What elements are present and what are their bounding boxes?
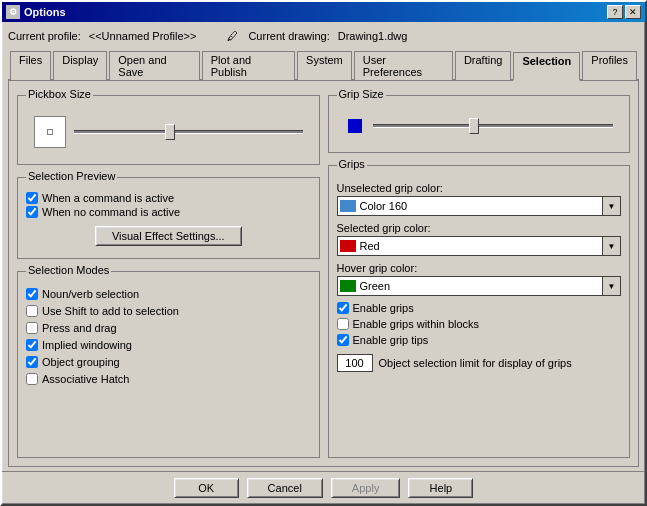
pickbox-title: Pickbox Size <box>26 88 93 100</box>
mode-checkbox-0[interactable] <box>26 288 38 300</box>
grips-group: Grips Unselected grip color: Color 160 ▼ <box>328 165 631 458</box>
title-bar-controls: ? ✕ <box>607 5 641 19</box>
tab-files[interactable]: Files <box>10 51 51 80</box>
profile-bar: Current profile: <<Unnamed Profile>> 🖊 C… <box>8 26 639 46</box>
cancel-button[interactable]: Cancel <box>247 478 323 498</box>
right-column: Grip Size <box>328 89 631 458</box>
grips-title: Grips <box>337 158 367 170</box>
drawing-icon: 🖊 <box>224 28 240 44</box>
mode-label-5: Associative Hatch <box>42 373 129 385</box>
mode-checkbox-4[interactable] <box>26 356 38 368</box>
enable-within-blocks-row: Enable grips within blocks <box>337 318 622 330</box>
unselected-color-swatch <box>340 200 356 212</box>
mode-row-3: Implied windowing <box>26 339 311 351</box>
current-drawing-label: Current drawing: <box>248 30 329 42</box>
preview-checkbox1[interactable] <box>26 192 38 204</box>
grip-square <box>348 119 362 133</box>
selected-color-select[interactable]: Red <box>337 236 604 256</box>
pickbox-group: Pickbox Size <box>17 95 320 165</box>
tab-plot-publish[interactable]: Plot and Publish <box>202 51 295 80</box>
grips-section: Unselected grip color: Color 160 ▼ Selec… <box>337 170 622 372</box>
title-bar: ⚙ Options ? ✕ <box>2 2 645 22</box>
tab-drafting[interactable]: Drafting <box>455 51 512 80</box>
mode-checkbox-3[interactable] <box>26 339 38 351</box>
unselected-color-dropdown: Color 160 ▼ <box>337 196 622 216</box>
title-bar-text: ⚙ Options <box>6 5 66 19</box>
unselected-color-arrow[interactable]: ▼ <box>603 196 621 216</box>
tab-profiles[interactable]: Profiles <box>582 51 637 80</box>
content-area: Current profile: <<Unnamed Profile>> 🖊 C… <box>2 22 645 471</box>
hover-color-select[interactable]: Green <box>337 276 604 296</box>
mode-checkbox-1[interactable] <box>26 305 38 317</box>
pickbox-preview <box>34 116 66 148</box>
enable-grip-tips-label: Enable grip tips <box>353 334 429 346</box>
help-button[interactable]: Help <box>408 478 473 498</box>
left-column: Pickbox Size <box>17 89 320 458</box>
enable-grip-tips-checkbox[interactable] <box>337 334 349 346</box>
preview-checkbox2-row: When no command is active <box>26 206 311 218</box>
preview-checkbox1-row: When a command is active <box>26 192 311 204</box>
grip-slider-thumb[interactable] <box>469 118 479 134</box>
close-button[interactable]: ✕ <box>625 5 641 19</box>
mode-row-5: Associative Hatch <box>26 373 311 385</box>
hover-color-arrow[interactable]: ▼ <box>603 276 621 296</box>
mode-row-1: Use Shift to add to selection <box>26 305 311 317</box>
pickbox-slider-track[interactable] <box>74 130 303 134</box>
selected-grip-label: Selected grip color: <box>337 222 622 234</box>
window-icon: ⚙ <box>6 5 20 19</box>
mode-row-0: Noun/verb selection <box>26 288 311 300</box>
preview-checkbox2[interactable] <box>26 206 38 218</box>
hover-color-dropdown: Green ▼ <box>337 276 622 296</box>
tab-system[interactable]: System <box>297 51 352 80</box>
mode-label-3: Implied windowing <box>42 339 132 351</box>
apply-button[interactable]: Apply <box>331 478 401 498</box>
selected-color-dropdown: Red ▼ <box>337 236 622 256</box>
mode-checkbox-5[interactable] <box>26 373 38 385</box>
unselected-color-value: Color 160 <box>360 200 601 212</box>
tabs-container: Files Display Open and Save Plot and Pub… <box>8 50 639 467</box>
current-profile-value: <<Unnamed Profile>> <box>89 30 197 42</box>
tab-content: Pickbox Size <box>8 81 639 467</box>
grip-limit-label: Object selection limit for display of gr… <box>379 357 572 369</box>
options-window: ⚙ Options ? ✕ Current profile: <<Unnamed… <box>0 0 647 506</box>
grip-size-title: Grip Size <box>337 88 386 100</box>
selection-modes-group: Selection Modes Noun/verb selection Use … <box>17 271 320 458</box>
ok-button[interactable]: OK <box>174 478 239 498</box>
hover-color-swatch <box>340 280 356 292</box>
selected-color-arrow[interactable]: ▼ <box>603 236 621 256</box>
current-drawing-value: Drawing1.dwg <box>338 30 408 42</box>
pickbox-slider-container <box>74 130 303 134</box>
grip-slider-track[interactable] <box>373 124 614 128</box>
tab-strip: Files Display Open and Save Plot and Pub… <box>8 50 639 81</box>
grip-limit-input[interactable] <box>337 354 373 372</box>
enable-grips-section: Enable grips Enable grips within blocks … <box>337 302 622 372</box>
grip-preview <box>345 116 365 136</box>
mode-label-2: Press and drag <box>42 322 117 334</box>
enable-within-blocks-checkbox[interactable] <box>337 318 349 330</box>
selection-preview-title: Selection Preview <box>26 170 117 182</box>
unselected-color-select[interactable]: Color 160 <box>337 196 604 216</box>
enable-grips-row: Enable grips <box>337 302 622 314</box>
bottom-bar: OK Cancel Apply Help <box>2 471 645 504</box>
tab-display[interactable]: Display <box>53 51 107 80</box>
enable-grips-checkbox[interactable] <box>337 302 349 314</box>
pickbox-slider-thumb[interactable] <box>165 124 175 140</box>
mode-checkbox-2[interactable] <box>26 322 38 334</box>
selected-color-value: Red <box>360 240 601 252</box>
enable-grip-tips-row: Enable grip tips <box>337 334 622 346</box>
grip-slider-container <box>373 124 614 128</box>
profile-drawing: 🖊 Current drawing: Drawing1.dwg <box>224 28 407 44</box>
tab-open-save[interactable]: Open and Save <box>109 51 199 80</box>
current-profile-label: Current profile: <box>8 30 81 42</box>
enable-within-blocks-label: Enable grips within blocks <box>353 318 480 330</box>
help-title-button[interactable]: ? <box>607 5 623 19</box>
tab-user-prefs[interactable]: User Preferences <box>354 51 453 80</box>
unselected-grip-label: Unselected grip color: <box>337 182 622 194</box>
hover-color-value: Green <box>360 280 601 292</box>
tab-selection[interactable]: Selection <box>513 52 580 81</box>
visual-effect-button[interactable]: Visual Effect Settings... <box>95 226 242 246</box>
enable-grips-label: Enable grips <box>353 302 414 314</box>
pickbox-inner <box>47 129 53 135</box>
window-title: Options <box>24 6 66 18</box>
hover-grip-label: Hover grip color: <box>337 262 622 274</box>
